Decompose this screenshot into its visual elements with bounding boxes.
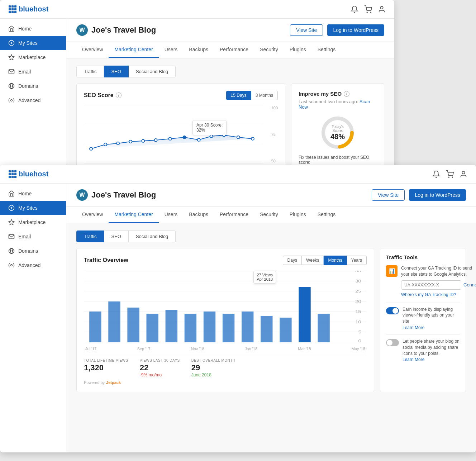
tab-plugins-1[interactable]: Plugins <box>284 42 312 58</box>
svg-rect-39 <box>185 314 196 342</box>
subtab-seo-1[interactable]: SEO <box>104 66 128 77</box>
advanced-icon-1 <box>8 97 15 104</box>
period-weeks[interactable]: Weeks <box>302 256 324 265</box>
ga-where-link[interactable]: Where's my GA Tracking ID? <box>401 292 456 297</box>
svg-marker-4 <box>9 55 14 60</box>
sidebar-item-home-2[interactable]: Home <box>0 186 66 201</box>
sidebar-item-mysites-1[interactable]: My Sites <box>0 36 66 50</box>
sidebar-item-marketplace-1[interactable]: Marketplace <box>0 50 66 65</box>
sidebar-item-advanced-2[interactable]: Advanced <box>0 258 66 272</box>
app-layout-2: Home My Sites Marketplace Email Domains … <box>0 184 476 452</box>
subtab-seo-2[interactable]: SEO <box>104 230 128 242</box>
sidebar-item-mysites-2[interactable]: My Sites <box>0 201 66 215</box>
logo-dot <box>9 173 11 175</box>
jetpack-brand: Jetpack <box>106 380 121 385</box>
period-3months[interactable]: 3 Months <box>251 91 278 100</box>
chart-point <box>237 136 240 139</box>
sidebar-item-email-1[interactable]: Email <box>0 65 66 79</box>
subtab-traffic-1[interactable]: Traffic <box>76 66 104 77</box>
email-icon-2 <box>8 233 15 240</box>
sidebar-item-home-1[interactable]: Home <box>0 22 66 36</box>
tab-users-1[interactable]: Users <box>159 42 184 58</box>
seo-panel-info-icon[interactable]: i <box>344 91 349 97</box>
earn-learn-link[interactable]: Learn More <box>403 325 460 330</box>
period-15days[interactable]: 15 Days <box>226 91 251 100</box>
view-site-button-1[interactable]: View Site <box>290 24 323 36</box>
sidebar-item-domains-1[interactable]: Domains <box>0 79 66 93</box>
tab-security-2[interactable]: Security <box>254 207 284 223</box>
seo-line-chart-svg <box>84 106 263 163</box>
window2: bluehost Home My Sites Marketplace <box>0 165 476 452</box>
tab-users-2[interactable]: Users <box>159 207 184 223</box>
earn-toggle[interactable] <box>386 307 399 314</box>
tab-settings-2[interactable]: Settings <box>312 207 342 223</box>
tab-overview-1[interactable]: Overview <box>76 42 109 58</box>
traffic-bar-chart-svg: 35 30 25 20 15 10 5 0 <box>84 271 367 342</box>
sidebar-item-email-2[interactable]: Email <box>0 229 66 244</box>
chart-point <box>129 140 132 143</box>
site-actions-1: View Site Log in to WordPress <box>290 24 384 36</box>
advanced-icon-2 <box>8 262 15 268</box>
notification-icon-2[interactable] <box>432 170 440 178</box>
tab-security-1[interactable]: Security <box>254 42 284 58</box>
wp-logo-1: W <box>76 24 88 36</box>
svg-text:10: 10 <box>355 320 361 324</box>
ga-icon: 📊 <box>386 265 398 277</box>
period-days[interactable]: Days <box>283 256 302 265</box>
user-icon-2[interactable] <box>460 170 467 178</box>
logo-dot <box>11 176 14 178</box>
share-learn-link[interactable]: Learn More <box>403 357 460 362</box>
ga-tracking-input[interactable] <box>401 280 461 290</box>
ga-connect-button[interactable]: Connect <box>463 280 476 290</box>
cart-icon-1[interactable] <box>364 5 372 13</box>
site-title-1: Joe's Travel Blog <box>91 25 156 35</box>
sidebar-item-advanced-1[interactable]: Advanced <box>0 93 66 108</box>
period-months[interactable]: Months <box>324 256 347 265</box>
ga-description: Connect your GA Tracking ID to send your… <box>401 265 476 277</box>
logo-dot <box>9 5 11 8</box>
svg-point-17 <box>11 265 13 266</box>
tab-backups-1[interactable]: Backups <box>183 42 214 58</box>
tab-marketing-1[interactable]: Marketing Center <box>109 42 158 58</box>
tooltip-label: Apr 30 Score: <box>196 123 223 128</box>
logo-dot <box>14 11 16 13</box>
subtab-social-2[interactable]: Social and Blog <box>129 230 176 242</box>
sub-tabs-1: Traffic SEO Social and Blog <box>76 66 384 77</box>
login-wordpress-button-1[interactable]: Log in to WordPress <box>327 24 384 36</box>
tab-performance-1[interactable]: Performance <box>214 42 254 58</box>
traffic-chart-title: Traffic Overview <box>84 257 128 263</box>
tooltip-value: 32% <box>196 128 223 133</box>
tab-marketing-2[interactable]: Marketing Center <box>109 207 158 223</box>
svg-text:20: 20 <box>355 300 361 304</box>
sidebar-2: Home My Sites Marketplace Email Domains … <box>0 184 66 452</box>
tab-plugins-2[interactable]: Plugins <box>284 207 312 223</box>
header-icons-2 <box>432 170 467 178</box>
sidebar-label-marketplace-1: Marketplace <box>18 54 46 60</box>
subtab-traffic-2[interactable]: Traffic <box>76 230 104 242</box>
chart-point <box>154 139 157 142</box>
window1: bluehost Home My Sites Marketplace <box>0 0 394 184</box>
x-label-jul17: Jul '17 <box>85 347 96 351</box>
traffic-tooltip-views: 27 Views <box>257 273 273 277</box>
seo-info-icon[interactable]: i <box>116 92 122 98</box>
x-label-may18: May '18 <box>352 347 365 351</box>
subtab-social-1[interactable]: Social and Blog <box>129 66 176 77</box>
user-icon-1[interactable] <box>378 5 386 13</box>
share-toggle[interactable] <box>386 339 399 346</box>
cart-icon-2[interactable] <box>446 170 454 178</box>
login-wordpress-button-2[interactable]: Log in to WordPress <box>409 189 466 201</box>
sidebar-item-marketplace-2[interactable]: Marketplace <box>0 215 66 229</box>
donut-label: Today's Score: <box>329 125 347 133</box>
x-label-sep17: Sep '17 <box>137 347 151 351</box>
notification-icon-1[interactable] <box>351 5 358 13</box>
tab-performance-2[interactable]: Performance <box>214 207 254 223</box>
tab-overview-2[interactable]: Overview <box>76 207 109 223</box>
tab-settings-1[interactable]: Settings <box>312 42 342 58</box>
tab-backups-2[interactable]: Backups <box>183 207 214 223</box>
sidebar-item-domains-2[interactable]: Domains <box>0 244 66 258</box>
period-years[interactable]: Years <box>347 256 367 265</box>
toggle-thumb <box>392 308 398 314</box>
view-site-button-2[interactable]: View Site <box>372 189 405 201</box>
logo-dot <box>9 176 11 178</box>
ga-input-row: Connect <box>401 280 476 290</box>
